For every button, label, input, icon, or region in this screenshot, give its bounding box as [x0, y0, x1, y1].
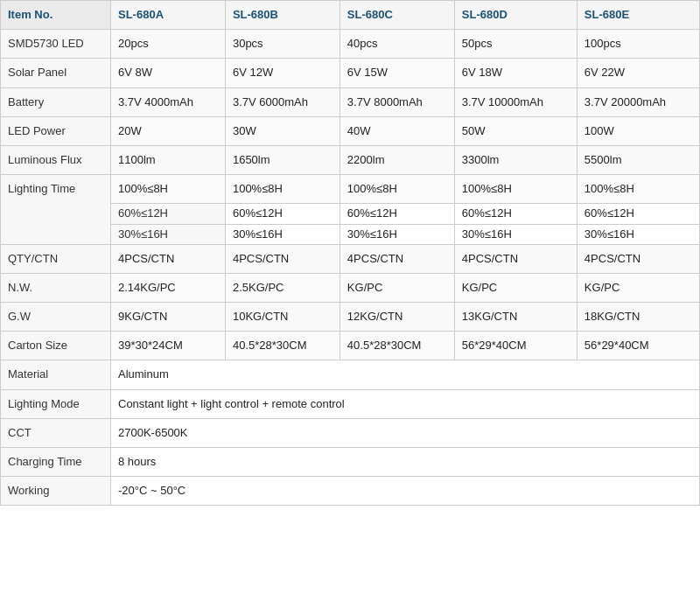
cell-value: 4PCS/CTN: [454, 244, 577, 273]
cell-value: 4PCS/CTN: [111, 244, 226, 273]
cell-value: KG/PC: [454, 273, 577, 302]
cell-value: 39*30*24CM: [111, 332, 226, 360]
cell-value: 100%≤8H: [111, 175, 226, 204]
cell-value: 2.14KG/PC: [111, 273, 226, 302]
cell-value: 50pcs: [454, 30, 577, 59]
product-comparison-table: Item No.SL-680ASL-680BSL-680CSL-680DSL-6…: [0, 0, 700, 506]
cell-value: KG/PC: [340, 273, 454, 302]
cell-value: 60%≤12H: [577, 204, 699, 224]
column-header-model: SL-680E: [577, 1, 699, 30]
cell-value: 30%≤16H: [111, 224, 226, 244]
span-cell-value: Aluminum: [111, 360, 700, 389]
cell-value: 5500lm: [577, 145, 699, 174]
cell-value: 3.7V 4000mAh: [111, 87, 226, 116]
cell-value: 2200lm: [340, 145, 454, 174]
row-label: LED Power: [1, 116, 111, 145]
cell-value: 10KG/CTN: [225, 303, 340, 332]
column-header-model: SL-680D: [454, 1, 577, 30]
cell-value: 13KG/CTN: [454, 303, 577, 332]
cell-value: 6V 8W: [111, 59, 226, 87]
cell-value: 50W: [454, 116, 577, 145]
cell-value: 100%≤8H: [225, 175, 340, 204]
cell-value: 12KG/CTN: [340, 303, 454, 332]
row-label: G.W: [1, 303, 111, 332]
span-cell-value: 8 hours: [111, 448, 700, 477]
cell-value: 20pcs: [111, 30, 226, 59]
cell-value: 40.5*28*30CM: [340, 332, 454, 360]
cell-value: 100%≤8H: [577, 175, 699, 204]
cell-value: 56*29*40CM: [454, 332, 577, 360]
cell-value: 1100lm: [111, 145, 226, 174]
span-cell-value: Constant light + light control + remote …: [111, 389, 700, 418]
span-cell-value: 2700K-6500K: [111, 418, 700, 447]
cell-value: 40pcs: [340, 30, 454, 59]
row-label: Solar Panel: [1, 59, 111, 87]
cell-value: 100%≤8H: [340, 175, 454, 204]
column-header-model: SL-680A: [111, 1, 226, 30]
cell-value: 18KG/CTN: [577, 303, 699, 332]
cell-value: 4PCS/CTN: [340, 244, 454, 273]
cell-value: 30%≤16H: [577, 224, 699, 244]
column-header-item: Item No.: [1, 1, 111, 30]
cell-value: KG/PC: [577, 273, 699, 302]
cell-value: 40.5*28*30CM: [225, 332, 340, 360]
row-label: SMD5730 LED: [1, 30, 111, 59]
cell-value: 30%≤16H: [454, 224, 577, 244]
row-label: Lighting Mode: [1, 389, 111, 418]
cell-value: 40W: [340, 116, 454, 145]
cell-value: 30W: [225, 116, 340, 145]
cell-value: 100pcs: [577, 30, 699, 59]
cell-value: 20W: [111, 116, 226, 145]
column-header-model: SL-680B: [225, 1, 340, 30]
row-label: Battery: [1, 87, 111, 116]
cell-value: 4PCS/CTN: [225, 244, 340, 273]
cell-value: 30%≤16H: [340, 224, 454, 244]
row-label: CCT: [1, 418, 111, 447]
cell-value: 30pcs: [225, 30, 340, 59]
cell-value: 60%≤12H: [340, 204, 454, 224]
cell-value: 1650lm: [225, 145, 340, 174]
cell-value: 100W: [577, 116, 699, 145]
cell-value: 100%≤8H: [454, 175, 577, 204]
row-label: N.W.: [1, 273, 111, 302]
cell-value: 4PCS/CTN: [577, 244, 699, 273]
cell-value: 6V 15W: [340, 59, 454, 87]
cell-value: 3.7V 6000mAh: [225, 87, 340, 116]
row-label: Luminous Flux: [1, 145, 111, 174]
cell-value: 60%≤12H: [454, 204, 577, 224]
row-label: Carton Size: [1, 332, 111, 360]
cell-value: 6V 22W: [577, 59, 699, 87]
row-label: QTY/CTN: [1, 244, 111, 273]
cell-value: 60%≤12H: [111, 204, 226, 224]
row-label: Working: [1, 477, 111, 506]
cell-value: 30%≤16H: [225, 224, 340, 244]
cell-value: 3.7V 20000mAh: [577, 87, 699, 116]
cell-value: 3.7V 10000mAh: [454, 87, 577, 116]
cell-value: 6V 12W: [225, 59, 340, 87]
row-label: Charging Time: [1, 448, 111, 477]
cell-value: 3300lm: [454, 145, 577, 174]
cell-value: 9KG/CTN: [111, 303, 226, 332]
row-label: Material: [1, 360, 111, 389]
span-cell-value: -20°C ~ 50°C: [111, 477, 700, 506]
cell-value: 6V 18W: [454, 59, 577, 87]
column-header-model: SL-680C: [340, 1, 454, 30]
row-label: Lighting Time: [1, 175, 111, 245]
cell-value: 2.5KG/PC: [225, 273, 340, 302]
cell-value: 56*29*40CM: [577, 332, 699, 360]
cell-value: 3.7V 8000mAh: [340, 87, 454, 116]
cell-value: 60%≤12H: [225, 204, 340, 224]
